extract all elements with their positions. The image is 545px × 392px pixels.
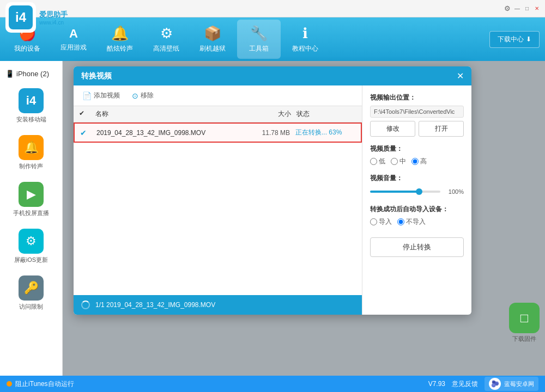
quality-mid-label: 中 [399,157,406,166]
volume-section: 视频音量： 100% [370,174,464,197]
import-label: 导入 [379,217,392,226]
nav-item-ringtones-label: 酷炫铃声 [107,44,133,53]
tutorials-icon: ℹ [302,25,308,42]
volume-label: 视频音量： [370,174,464,183]
volume-value: 100% [445,188,464,195]
nav-items: 🍎 我的设备 A 应用游戏 🔔 酷炫铃声 ⚙ 高清壁纸 📦 刷机越狱 🔧 工具箱… [5,20,489,59]
tools-icon: 🔧 [250,25,268,42]
stop-convert-button[interactable]: 停止转换 [370,237,464,257]
logo-box: i4 [5,2,36,33]
block-icon: ⚙ [19,229,44,254]
device-icon-small: 📱 [5,70,14,78]
download-arrow-icon: ⬇ [526,35,531,43]
progress-text: 1/1 2019_04_28_13_42_IMG_0998.MOV [95,301,215,309]
minimize-button[interactable]: — [513,5,521,13]
dialog-title: 转换视频 [81,71,112,81]
nav-item-jailbreak[interactable]: 📦 刷机越狱 [191,20,234,59]
settings-icon[interactable]: ⚙ [504,5,511,13]
dialog-overlay: 转换视频 ✕ 📄 添加视频 ⊙ [63,61,545,376]
dialog-right-panel: 视频输出位置： F:\i4Tools7\Files\ConvertedVic 修… [362,85,471,315]
download-firmware-icon: □ [509,303,540,333]
sidebar-item-screen[interactable]: ▶ 手机投屏直播 [3,177,59,222]
apps-icon: A [69,27,78,41]
quality-high[interactable]: 高 [411,157,427,166]
sidebar-block-label: 屏蔽iOS更新 [14,256,48,264]
screen-icon: ▶ [19,182,44,207]
nav-item-wallpaper[interactable]: ⚙ 高清壁纸 [144,20,188,59]
add-video-label: 添加视频 [94,91,120,100]
restrictions-icon: 🔑 [19,275,44,301]
dialog-close-button[interactable]: ✕ [457,71,464,81]
remove-button[interactable]: ⊙ 移除 [129,90,157,101]
nav-item-ringtones[interactable]: 🔔 酷炫铃声 [98,20,142,59]
dialog-left-panel: 📄 添加视频 ⊙ 移除 ✔ 名称 大小 [74,85,362,315]
sidebar-item-install[interactable]: i4 安装移动端 [3,84,59,128]
add-video-icon: 📄 [82,91,92,100]
no-import-label: 不导入 [406,217,426,226]
dialog-title-bar: 转换视频 ✕ [74,66,471,85]
slider-thumb [416,188,422,195]
status-left: 阻止iTunes自动运行 [7,379,74,389]
import-radio-group: 导入 不导入 [370,217,464,226]
status-right: V7.93 意见反馈 🫐 蓝莓安卓网 [428,377,538,391]
volume-slider-container: 100% [370,186,464,197]
brand-logo: 🫐 [489,378,501,390]
name-col-header: 名称 [95,109,242,119]
feedback-button[interactable]: 意见反馈 [452,379,478,389]
sidebar-screen-label: 手机投屏直播 [13,209,49,217]
download-firmware-label: 下载固件 [512,335,536,343]
sidebar-restrictions-label: 访问限制 [19,303,43,311]
sidebar-item-ringtone[interactable]: 🔔 制作铃声 [3,131,59,175]
modify-button[interactable]: 修改 [370,121,415,137]
output-label: 视频输出位置： [370,93,464,102]
output-path: F:\i4Tools7\Files\ConvertedVic [370,106,464,118]
table-row[interactable]: ✔ 2019_04_28_13_42_IMG_0998.MOV 11.78 MB… [74,122,362,143]
size-col-header: 大小 [242,109,291,119]
nav-item-apps-label: 应用游戏 [60,43,87,52]
device-name: iPhone (2) [16,70,49,78]
main-content: 转换视频 ✕ 📄 添加视频 ⊙ [63,61,545,376]
dialog-progress: 1/1 2019_04_28_13_42_IMG_0998.MOV [74,295,362,315]
quality-section: 视频质量： 低 中 [370,144,464,166]
add-video-button[interactable]: 📄 添加视频 [79,90,123,101]
output-section: 视频输出位置： F:\i4Tools7\Files\ConvertedVic 修… [370,93,464,137]
version-text: V7.93 [428,380,445,388]
status-col-header: 状态 [291,109,356,119]
check-col-header: ✔ [79,109,95,119]
download-center-label: 下载中心 [498,35,524,44]
sidebar-item-block-update[interactable]: ⚙ 屏蔽iOS更新 [3,224,59,268]
download-center-button[interactable]: 下载中心 ⬇ [489,31,540,48]
close-button[interactable]: ✕ [533,5,541,13]
quality-low-label: 低 [379,157,385,166]
logo-inner: i4 [9,5,33,29]
itunes-status-text: 阻止iTunes自动运行 [15,379,74,389]
quality-mid[interactable]: 中 [391,157,406,166]
volume-slider[interactable] [370,191,440,193]
status-dot [7,381,12,387]
row-status: 正在转换... 63% [290,128,355,137]
nav-item-wallpaper-label: 高清壁纸 [153,44,179,53]
nav-item-jailbreak-label: 刷机越狱 [199,44,226,53]
no-import-option[interactable]: 不导入 [397,217,426,226]
nav-item-tools[interactable]: 🔧 工具箱 [237,20,281,59]
dialog-toolbar: 📄 添加视频 ⊙ 移除 [74,85,362,106]
quality-label: 视频质量： [370,144,464,154]
volume-slider-row: 100% [370,188,464,195]
open-button[interactable]: 打开 [419,121,464,137]
nav-item-tutorials[interactable]: ℹ 教程中心 [283,20,327,59]
title-bar: i4 爱思助手 www.i4.cn ⚙ — □ ✕ [0,0,545,17]
content-area: 📱 iPhone (2) i4 安装移动端 🔔 制作铃声 ▶ 手机投屏直播 ⚙ … [0,61,545,376]
row-check: ✔ [80,128,96,137]
nav-right: 下载中心 ⬇ [489,31,540,48]
download-firmware-widget[interactable]: □ 下载固件 [509,303,540,343]
device-header: 📱 iPhone (2) [0,66,62,81]
row-filename: 2019_04_28_13_42_IMG_0998.MOV [96,129,241,137]
maximize-button[interactable]: □ [523,5,531,13]
quality-low[interactable]: 低 [370,157,385,166]
nav-item-device-label: 我的设备 [14,44,40,53]
sidebar-item-restrictions[interactable]: 🔑 访问限制 [3,271,59,315]
dialog-body: 📄 添加视频 ⊙ 移除 ✔ 名称 大小 [74,85,471,315]
import-option[interactable]: 导入 [370,217,392,226]
status-bar: 阻止iTunes自动运行 V7.93 意见反馈 🫐 蓝莓安卓网 [0,376,545,392]
remove-label: 移除 [141,91,154,100]
